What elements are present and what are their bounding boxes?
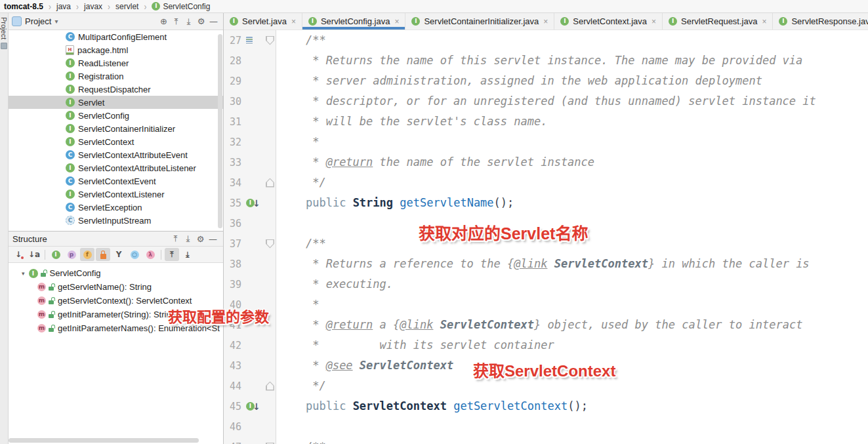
implemented-marker-icon[interactable]: I↓ [246, 198, 260, 209]
project-tree-item[interactable]: CServletInputStream [9, 214, 223, 227]
interface-icon: I [29, 269, 38, 278]
code-line-text: * descriptor, or for an unregistered (an… [277, 91, 816, 111]
expand-all-icon[interactable]: ⤒ [169, 233, 182, 245]
breadcrumb-item[interactable]: javax [84, 2, 102, 11]
settings-icon[interactable]: ⚙ [194, 233, 207, 245]
tree-item-label: Registration [78, 71, 123, 81]
editor-tab[interactable]: IServlet.java× [224, 13, 302, 30]
tree-item-label: ServletContextListener [78, 190, 165, 199]
close-tab-icon[interactable]: × [543, 17, 548, 26]
show-inherited-icon[interactable]: I [49, 248, 63, 261]
breadcrumb-item[interactable]: servlet [115, 2, 138, 11]
project-tree-item[interactable]: IServletConfig [9, 109, 223, 122]
project-tree-item[interactable]: CMultipartConfigElement [9, 30, 223, 43]
editor-tab[interactable]: IServletContext.java× [554, 13, 663, 30]
ide-window: tomcat-8.5›java›javax›servlet›IServletCo… [0, 0, 868, 444]
badge-dot [21, 256, 24, 259]
structure-method-item[interactable]: mgetServletName(): String [9, 280, 223, 294]
close-tab-icon[interactable]: × [762, 17, 766, 26]
interface-icon: I [66, 111, 75, 120]
editor-tab[interactable]: IServletRequest.java× [663, 13, 773, 30]
close-tab-icon[interactable]: × [651, 17, 656, 26]
project-view-icon [12, 16, 22, 26]
interface-icon: I [560, 17, 569, 26]
expand-all-icon[interactable]: ⤒ [170, 15, 182, 28]
method-icon: m [37, 283, 46, 291]
interface-icon: I [308, 17, 317, 26]
hide-panel-icon[interactable]: — [207, 15, 220, 28]
project-tree-item[interactable]: Hpackage.html [9, 43, 223, 56]
project-tool-tab[interactable]: Project [0, 17, 8, 49]
show-lambdas-icon[interactable]: λ [143, 248, 157, 261]
project-tree-item[interactable]: IRegistration [9, 70, 223, 83]
project-tree-item[interactable]: CServletContextEvent [9, 174, 223, 188]
project-tree-item[interactable]: IServletContainerInitializer [9, 122, 223, 135]
breadcrumb-item-label: javax [84, 2, 102, 11]
editor-tab-label: ServletContext.java [573, 16, 647, 26]
tree-item-label: ServletInputStream [78, 216, 151, 226]
chevron-down-icon[interactable]: ▾ [54, 18, 58, 25]
structure-root-item[interactable]: ▾IServletConfig [9, 266, 223, 280]
fold-marker-icon[interactable] [266, 178, 274, 188]
show-non-public-icon[interactable] [96, 248, 110, 261]
hide-panel-icon[interactable]: — [207, 233, 219, 245]
tree-item-label: ServletException [78, 203, 142, 212]
fold-marker-icon[interactable] [266, 36, 274, 45]
editor-tab[interactable]: IServletContainerInitializer.java× [405, 13, 554, 30]
settings-icon[interactable]: ⚙ [195, 15, 207, 28]
breadcrumb-item-label: java [56, 2, 71, 11]
show-fields-icon[interactable]: f [80, 248, 94, 261]
collapse-all-icon[interactable]: ⤓ [182, 15, 195, 28]
project-tree: CMultipartConfigElementHpackage.htmlIRea… [9, 30, 223, 231]
project-tool-icon [1, 43, 7, 49]
breadcrumb-item[interactable]: tomcat-8.5 [4, 2, 43, 11]
project-panel-title[interactable]: Project [25, 16, 51, 26]
autoscroll-to-source-icon[interactable]: ⤒ [165, 248, 179, 261]
locate-file-icon[interactable]: ⊕ [157, 15, 170, 28]
project-tree-item[interactable]: IServletContext [9, 135, 223, 148]
show-anonymous-icon[interactable]: ○ [127, 248, 142, 261]
sort-by-visibility-icon[interactable]: ↓ [11, 248, 26, 261]
project-tree-item[interactable]: CServletContextAttributeEvent [9, 148, 223, 161]
group-methods-icon[interactable]: Y [112, 248, 126, 261]
line-number: 30 [224, 96, 241, 108]
code-line: 31 * will be the servlet's class name. [224, 111, 868, 132]
javadoc-marker-icon [246, 37, 253, 45]
breadcrumb-item[interactable]: IServletConfig [152, 2, 210, 11]
show-anonymous-icon: ○ [131, 251, 139, 259]
structure-method-label: getServletName(): String [58, 282, 152, 292]
public-unlock-icon [49, 325, 55, 333]
line-number: 42 [224, 340, 241, 352]
chevron-expanded-icon[interactable]: ▾ [22, 270, 25, 277]
collapse-all-icon[interactable]: ⤓ [182, 233, 194, 245]
structure-panel-title[interactable]: Structure [12, 234, 47, 244]
project-tree-item[interactable]: IServletContextAttributeListener [9, 161, 223, 174]
fold-marker-icon[interactable] [266, 239, 274, 249]
editor-tab-label: ServletRequest.java [681, 16, 757, 26]
tree-item-label: ReadListener [78, 58, 129, 68]
project-tree-item[interactable]: IReadListener [9, 56, 223, 70]
project-tree-item[interactable]: IServlet [9, 96, 223, 109]
project-tree-item[interactable]: CServletException [9, 201, 223, 214]
implemented-marker-icon[interactable]: I↓ [246, 401, 260, 412]
project-tree-item[interactable]: IRequestDispatcher [9, 83, 223, 96]
close-tab-icon[interactable]: × [291, 17, 296, 26]
line-number: 37 [224, 238, 241, 250]
editor-tab[interactable]: IServletResponse.java× [773, 13, 868, 30]
fold-marker-icon[interactable] [266, 382, 274, 391]
project-tree-scrollbar[interactable] [218, 34, 222, 228]
sort-alphabetically-icon[interactable]: ↓a [27, 248, 41, 261]
tree-item-label: package.html [77, 45, 128, 55]
autoscroll-from-source-icon[interactable]: ⤓ [180, 248, 195, 261]
breadcrumb-item[interactable]: java [56, 2, 71, 11]
show-properties-icon[interactable]: p [64, 248, 79, 261]
structure-method-label: getServletContext(): ServletContext [58, 296, 192, 306]
line-number: 31 [224, 116, 241, 128]
editor-tab[interactable]: IServletConfig.java× [302, 13, 406, 30]
interface-icon: I [66, 98, 75, 107]
project-tree-item[interactable]: IServletContextListener [9, 188, 223, 201]
editor-tab-label: Servlet.java [242, 16, 287, 26]
code-line-text: * @return the name of the servlet instan… [277, 152, 594, 172]
close-tab-icon[interactable]: × [394, 17, 399, 26]
structure-hscrollbar[interactable] [9, 438, 199, 443]
